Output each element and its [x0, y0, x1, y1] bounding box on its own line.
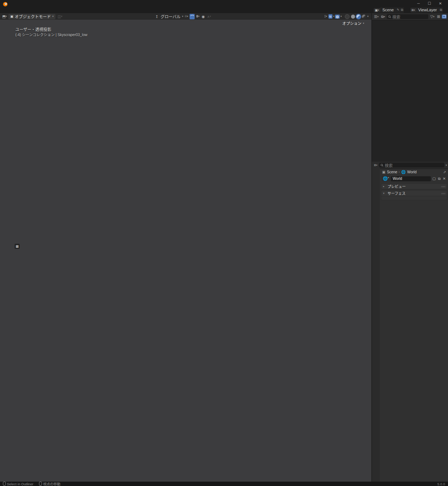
orientation-dropdown[interactable]: グローバル	[160, 14, 181, 19]
outliner-search-input[interactable]: 検索	[387, 14, 428, 19]
outliner-tree	[372, 20, 448, 161]
3d-viewport[interactable]: ユーザー・透視投影 (-4) シーンコレクション | Skyscraper03_…	[0, 20, 371, 482]
view-perspective-label: ユーザー・透視投影	[15, 26, 51, 32]
viewport-render	[0, 20, 371, 482]
search-icon	[388, 15, 391, 18]
view-layer-selector[interactable]: ⧈▾ ViewLayer ⧉	[410, 7, 443, 13]
properties-content: ▣ Scene › 🌐 World ⇗ 🌐▾ World ▢ ⧉ ✕ ▸プレビュ…	[380, 169, 448, 482]
shading-wireframe-button[interactable]	[345, 14, 350, 19]
show-gizmo-icon[interactable]: ⟟▾	[324, 14, 328, 19]
close-button[interactable]: ✕	[435, 0, 446, 7]
mouse-middle-icon	[39, 482, 42, 486]
unlink-datablock-icon[interactable]: ✕	[442, 177, 447, 181]
tool-header-right: ⟟▾ ⧅▾ ◍▾ ▾	[324, 13, 369, 20]
tool-header: ⬒▾ ▣ オブジェクトモード ▾ ◫▾ ↥ グローバル ▾ ⌾▾ ⌒ ⩩▾ ◉ …	[0, 13, 371, 20]
proportional-editing-icon[interactable]: ◉	[201, 15, 206, 19]
pivot-point-icon[interactable]: ⌾▾	[184, 14, 189, 19]
scene-pin-icon[interactable]: ✎	[396, 7, 400, 13]
world-datablock-row: 🌐▾ World ▢ ⧉ ✕	[380, 175, 448, 182]
scene-icon: ▣▾	[374, 8, 380, 12]
scene-crumb-icon: ▣	[382, 170, 385, 174]
blender-version: 5.0.0	[437, 482, 445, 486]
breadcrumb-scene[interactable]: Scene	[387, 170, 397, 174]
mode-label: オブジェクトモード	[15, 14, 51, 19]
sync-icon[interactable]: ❒	[442, 15, 447, 19]
sidebar-tabs	[363, 31, 371, 482]
scene-selector[interactable]: ▣▾ Scene ✎ ⧉	[374, 7, 404, 13]
world-browse-icon[interactable]: 🌐▾	[382, 176, 390, 181]
blender-logo-icon	[3, 1, 8, 7]
orientation-icon: ↥	[155, 15, 159, 19]
xray-icon[interactable]: ◍	[335, 15, 340, 19]
view-layer-icon: ⧈▾	[410, 8, 416, 12]
world-crumb-icon: 🌐	[401, 170, 405, 174]
panel-preview[interactable]: ▸プレビュー══	[381, 183, 447, 189]
maximize-button[interactable]: ☐	[424, 0, 435, 7]
world-name-field[interactable]: World	[391, 176, 431, 181]
mode-dropdown[interactable]: ▣ オブジェクトモード ▾	[8, 14, 55, 19]
search-icon	[381, 164, 383, 167]
snap-magnet-icon[interactable]: ⌒	[190, 14, 195, 19]
status-hint-navigate: 視点の移動	[39, 481, 61, 486]
transform-widget-icon[interactable]: ◫▾	[57, 15, 63, 19]
tool-header-left: ⬒▾ ▣ オブジェクトモード ▾ ◫▾	[1, 13, 63, 20]
outliner-display-mode-icon[interactable]: ⧉▾	[380, 15, 386, 19]
view-layer-copy-icon[interactable]: ⧉	[439, 7, 443, 13]
outliner-editor-icon[interactable]: ☰▾	[373, 15, 379, 19]
titlebar: ▣▾ Scene ✎ ⧉ ⧈▾ ViewLayer ⧉ ─ ☐ ✕	[0, 0, 448, 13]
shading-solid-button[interactable]	[351, 15, 355, 19]
new-collection-icon[interactable]: ⊞	[436, 15, 441, 19]
right-column: ☰▾ ⧉▾ 検索 ▽▾ ⊞ ❒ ≡▾ 検索 ▾	[371, 13, 448, 482]
properties-editor: ≡▾ 検索 ▾ ▣ Scene › 🌐 World ⇗ 🌐▾	[372, 162, 448, 482]
panel-surface[interactable]: ▾サーフェス══	[381, 190, 447, 196]
view-layer-name[interactable]: ViewLayer	[416, 7, 439, 13]
reference-empty-icon[interactable]: ▦	[15, 244, 20, 249]
window-controls: ─ ☐ ✕	[413, 0, 446, 7]
tool-header-middle: ↥ グローバル ▾ ⌾▾ ⌒ ⩩▾ ◉ ∧▾	[155, 13, 212, 20]
properties-search-input[interactable]: 検索	[379, 163, 444, 167]
status-hint-select: Select in Outliner	[3, 482, 33, 486]
duplicate-datablock-icon[interactable]: ⧉	[437, 177, 441, 181]
active-object-label: (-4) シーンコレクション | Skyscraper03_low	[15, 32, 87, 37]
scene-copy-icon[interactable]: ⧉	[400, 7, 404, 13]
shading-material-button[interactable]	[357, 15, 361, 19]
pin-icon[interactable]: ⇗	[443, 170, 446, 174]
mouse-left-icon	[3, 482, 6, 486]
snap-target-icon[interactable]: ⩩▾	[195, 14, 200, 19]
fake-user-shield-icon[interactable]: ▢	[432, 177, 436, 181]
properties-header: ≡▾ 検索 ▾	[372, 162, 448, 169]
overlays-icon[interactable]: ⧅	[328, 14, 332, 19]
outliner-header: ☰▾ ⧉▾ 検索 ▽▾ ⊞ ❒	[372, 13, 448, 20]
status-bar: Select in Outliner 視点の移動 5.0.0	[0, 482, 448, 486]
minimize-button[interactable]: ─	[413, 0, 424, 7]
falloff-icon[interactable]: ∧▾	[206, 15, 212, 19]
shading-rendered-button[interactable]	[362, 15, 366, 19]
breadcrumb-world[interactable]: World	[407, 170, 417, 174]
properties-editor-icon[interactable]: ≡▾	[373, 163, 378, 167]
mode-icon: ▣	[10, 15, 13, 18]
scene-name[interactable]: Scene	[380, 7, 396, 13]
editor-type-icon[interactable]: ⬒▾	[1, 15, 8, 19]
blender-window: { "topbar": { "menus": ["ファイル", "編集", "レ…	[0, 0, 448, 486]
properties-breadcrumb: ▣ Scene › 🌐 World ⇗	[380, 169, 448, 175]
navigation-gizmo[interactable]	[339, 24, 364, 52]
filter-icon[interactable]: ▽▾	[429, 15, 435, 19]
properties-tab-column	[372, 169, 380, 482]
surface-panel-body	[381, 196, 447, 200]
